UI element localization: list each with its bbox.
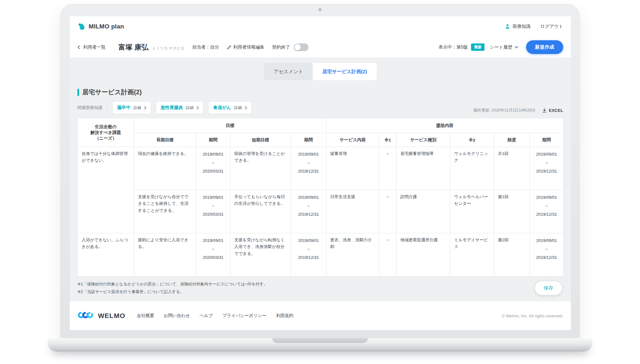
footer-link-help[interactable]: ヘルプ [200, 313, 213, 319]
user-name-block: 富塚 康弘 トミツカ ヤスヒロ [118, 43, 185, 52]
contract-end-block: 契約終了 [272, 43, 308, 51]
edit-user-label: 利用者情報編集 [233, 44, 265, 50]
knowledge-chip-esophageal-cancer[interactable]: 食道がん 詳細 [208, 101, 252, 114]
cell-long-period: 2019/09/01 ~ 2020/03/31 [196, 190, 230, 233]
app-header: MILMO plan 医療知識 ログアウト [70, 16, 571, 37]
cell-office: ウェルモヘルパーセンター [450, 190, 494, 233]
col-header-short-goal: 短期目標 [230, 133, 291, 147]
table-row: 支援を受けながら自分でできることを維持して、生活することができる。 2019/0… [78, 190, 564, 233]
device-base-notch [272, 338, 368, 343]
col-group-goals: 目標 [134, 118, 326, 133]
last-updated-label: 最終更新: 2020年11月2日14時26分 [473, 108, 536, 113]
cell-short-period: 2019/09/01 ~ 2019/12/31 [291, 233, 326, 276]
user-bar-right: 表示中：第5版 最新 シート履歴 新規作成 [439, 40, 563, 54]
contract-end-label: 契約終了 [272, 44, 290, 50]
chevron-right-icon [245, 106, 247, 110]
col-header-needs: 生活全般の 解決すべき課題 （ニーズ） [78, 118, 134, 147]
related-knowledge-label: 関連医療知識 [77, 105, 102, 111]
chip-detail-label: 詳細 [133, 105, 141, 111]
care-plan-table: 生活全般の 解決すべき課題 （ニーズ） 目標 援助内容 長期目標 期間 短期目標… [77, 118, 564, 276]
excel-label: EXCEL [549, 108, 563, 113]
toggle-knob [294, 44, 301, 50]
cell-frequency: 月1回 [494, 147, 530, 190]
manager-label: 担当者：自分 [192, 44, 219, 50]
excel-download-link[interactable]: EXCEL [542, 108, 563, 113]
table-row: 自身では十分な体調管理ができない。 現在の健康を維持できる。 2019/09/0… [78, 147, 564, 190]
col-header-period-2: 期間 [291, 133, 326, 147]
cell-insurance-mark: ○ [379, 147, 396, 190]
device-frame: MILMO plan 医療知識 ログアウト [60, 4, 580, 338]
create-new-button[interactable]: 新規作成 [526, 40, 563, 54]
col-header-period-1: 期間 [196, 133, 230, 147]
chevron-left-icon [77, 45, 80, 50]
cell-service: 日常生活支援 [326, 190, 379, 233]
footer-link-privacy[interactable]: プライバシーポリシー [222, 313, 267, 319]
milmo-logo-icon [77, 22, 86, 31]
footer-link-company[interactable]: 会社概要 [137, 313, 154, 319]
chip-detail-label: 詳細 [186, 105, 194, 111]
medical-knowledge-link[interactable]: 医療知識 [505, 24, 531, 29]
medical-knowledge-label: 医療知識 [513, 24, 531, 29]
footer-brand: WELMO [77, 311, 125, 321]
cell-short-goal: 病状の管理を受けることができる。 [230, 147, 291, 190]
section-accent-bar [77, 89, 79, 96]
cell-insurance-mark: ○ [379, 233, 396, 276]
cell-service-type: 居宅療養管理指導 [396, 147, 450, 190]
user-bar-left: 利用者一覧 富塚 康弘 トミツカ ヤスヒロ 担当者：自分 利用者情報編集 契約終… [77, 43, 308, 52]
cell-short-period: 2019/09/01 ~ 2019/12/31 [291, 147, 326, 190]
webcam-dot [318, 8, 322, 12]
sheet-history-dropdown[interactable]: シート履歴 [490, 44, 518, 50]
col-header-mark2: ※2 [450, 133, 494, 147]
footnote-1: ※1「保険給付の対象となるかどうかの区分」について、保険給付対象内サービスについ… [77, 281, 268, 288]
cell-service-type: 地域密着型通所介護 [396, 233, 450, 276]
app-footer: WELMO 会社概要 お問い合わせ ヘルプ プライバシーポリシー 利用規約 © … [70, 301, 571, 330]
version-label: 表示中：第5版 [439, 44, 468, 50]
cell-short-period: 2019/09/01 ~ 2019/12/31 [291, 190, 326, 233]
cell-short-goal: 手伝ってもらいながら毎日の生活が安心してできる。 [230, 190, 291, 233]
medical-knowledge-icon [505, 24, 510, 29]
cell-long-period: 2019/09/01 ~ 2020/03/31 [196, 147, 230, 190]
col-header-mark1: ※1 [379, 133, 396, 147]
footnote-2: ※2「当該サービス提供を行う事業所」について記入する。 [77, 288, 268, 296]
cell-needs: 入浴ができない。ふらつきがある。 [78, 233, 134, 276]
chip-name: 脳卒中 [117, 105, 131, 111]
footer-link-contact[interactable]: お問い合わせ [164, 313, 190, 319]
back-to-users-link[interactable]: 利用者一覧 [77, 44, 106, 50]
tab-care-plan[interactable]: 居宅サービス計画(2) [313, 63, 376, 80]
logout-link[interactable]: ログアウト [540, 24, 563, 29]
cell-short-goal: 支援を受けながら転倒なく入浴でき、洗身洗髪が自分でできる。 [230, 233, 291, 276]
col-header-service: サービス内容 [326, 133, 379, 147]
edit-user-link[interactable]: 利用者情報編集 [227, 44, 265, 50]
back-label: 利用者一覧 [83, 44, 106, 50]
knowledge-chip-gastroenteritis[interactable]: 急性胃腸炎 詳細 [156, 101, 204, 114]
chevron-right-icon [196, 106, 199, 110]
footnotes: ※1「保険給付の対象となるかどうかの区分」について、保険給付対象内サービスについ… [77, 281, 268, 296]
cell-long-goal: 援助により安全に入浴できる。 [134, 233, 196, 276]
section-head: 居宅サービス計画(2) [77, 88, 563, 97]
footer-link-terms[interactable]: 利用規約 [276, 313, 293, 319]
chip-name: 食道がん [213, 105, 231, 111]
footer-links: 会社概要 お問い合わせ ヘルプ プライバシーポリシー 利用規約 [137, 313, 293, 319]
pencil-icon [227, 45, 231, 50]
contract-end-toggle[interactable] [294, 43, 308, 51]
cell-long-goal: 支援を受けながら自分でできることを維持して、生活することができる。 [134, 190, 196, 233]
page-title: 居宅サービス計画(2) [82, 88, 142, 97]
user-name: 富塚 康弘 [118, 43, 148, 52]
vertical-divider [107, 104, 108, 111]
cell-frequency: 週1回 [494, 190, 530, 233]
latest-badge: 最新 [471, 43, 484, 51]
cell-frequency: 週2回 [494, 233, 530, 276]
download-icon [542, 108, 547, 113]
table-row: 入浴ができない。ふらつきがある。 援助により安全に入浴できる。 2019/09/… [78, 233, 564, 276]
knowledge-chip-stroke[interactable]: 脳卒中 詳細 [112, 101, 151, 114]
save-button[interactable]: 保存 [535, 281, 562, 295]
tab-assessment[interactable]: アセスメント [264, 63, 313, 80]
table-header-row-columns: 長期目標 期間 短期目標 期間 サービス内容 ※1 サービス種別 ※2 頻度 期… [78, 133, 564, 147]
col-header-period-3: 期間 [530, 133, 564, 147]
cell-service: 更衣、洗身、洗髪の介助 [326, 233, 379, 276]
cell-needs: 自身では十分な体調管理ができない。 [78, 147, 134, 233]
plan-tabs: アセスメント 居宅サービス計画(2) [77, 58, 563, 80]
col-header-frequency: 頻度 [494, 133, 530, 147]
welmo-logo-icon [77, 311, 95, 321]
sheet-history-label: シート履歴 [490, 44, 512, 50]
